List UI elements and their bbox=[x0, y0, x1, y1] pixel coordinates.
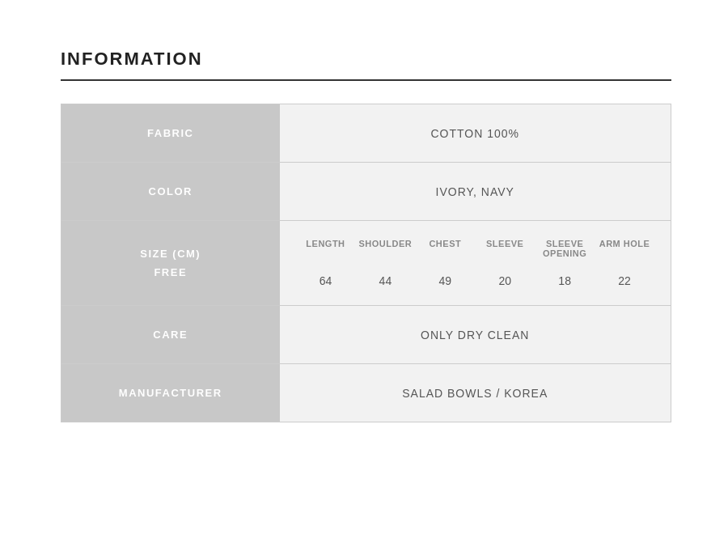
size-value-cell: LENGTH SHOULDER CHEST SLEEVE SLEEVE OPEN… bbox=[280, 221, 671, 306]
size-label-bottom: FREE bbox=[78, 266, 264, 278]
size-val-chest: 49 bbox=[415, 274, 475, 287]
size-col-header-sleeve-opening: SLEEVE OPENING bbox=[535, 239, 595, 258]
color-value: IVORY, NAVY bbox=[280, 163, 671, 221]
fabric-value: COTTON 100% bbox=[280, 104, 671, 163]
table-row-manufacturer: MANUFACTURER SALAD BOWLS / KOREA bbox=[61, 364, 671, 422]
care-label: CARE bbox=[61, 306, 280, 364]
size-headers: LENGTH SHOULDER CHEST SLEEVE SLEEVE OPEN… bbox=[296, 231, 655, 266]
size-label-top: SIZE (cm) bbox=[78, 248, 264, 260]
size-col-header-shoulder: SHOULDER bbox=[355, 239, 415, 258]
size-val-sleeve: 20 bbox=[475, 274, 535, 287]
size-col-header-arm-hole: ARM HOLE bbox=[595, 239, 654, 258]
color-label: COLOR bbox=[61, 163, 280, 221]
size-val-sleeve-opening: 18 bbox=[535, 274, 595, 287]
page-title: INFORMATION bbox=[61, 49, 203, 70]
fabric-label: FABRIC bbox=[61, 104, 280, 163]
size-val-length: 64 bbox=[296, 274, 356, 287]
manufacturer-value: SALAD BOWLS / KOREA bbox=[280, 364, 671, 422]
size-col-header-sleeve: SLEEVE bbox=[475, 239, 535, 258]
size-col-header-length: LENGTH bbox=[296, 239, 356, 258]
size-col-header-chest: CHEST bbox=[415, 239, 475, 258]
care-value: ONLY DRY CLEAN bbox=[280, 306, 671, 364]
size-values: 64 44 49 20 18 22 bbox=[296, 266, 655, 295]
size-val-shoulder: 44 bbox=[355, 274, 415, 287]
size-label: SIZE (cm) FREE bbox=[61, 221, 280, 306]
manufacturer-label: MANUFACTURER bbox=[61, 364, 280, 422]
title-divider bbox=[61, 79, 671, 81]
table-row-fabric: FABRIC COTTON 100% bbox=[61, 104, 671, 163]
size-val-arm-hole: 22 bbox=[595, 274, 654, 287]
table-row-size: SIZE (cm) FREE LENGTH SHOULDER CHEST SLE… bbox=[61, 221, 671, 306]
table-row-care: CARE ONLY DRY CLEAN bbox=[61, 306, 671, 364]
size-grid: LENGTH SHOULDER CHEST SLEEVE SLEEVE OPEN… bbox=[296, 231, 655, 295]
table-row-color: COLOR IVORY, NAVY bbox=[61, 163, 671, 221]
info-table: FABRIC COTTON 100% COLOR IVORY, NAVY SIZ… bbox=[61, 104, 671, 422]
